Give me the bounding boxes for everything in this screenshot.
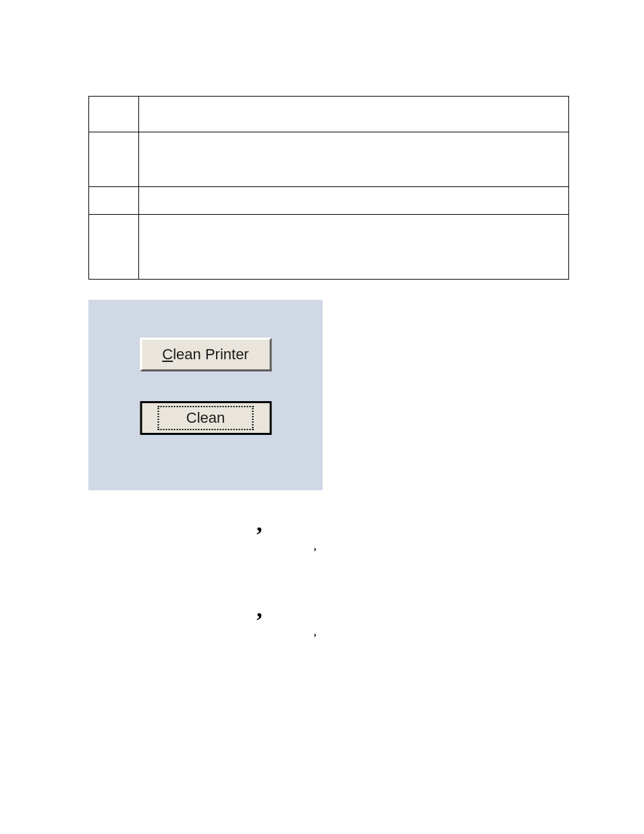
table-cell (139, 132, 569, 187)
table-cell (89, 132, 139, 187)
clean-label: Clean (158, 406, 253, 430)
table-cell (139, 97, 569, 132)
clean-button[interactable]: Clean (140, 401, 271, 435)
table-cell (89, 187, 139, 215)
button-panel: Clean Printer Clean (88, 300, 323, 490)
table-row (89, 132, 569, 187)
table-cell (139, 215, 569, 280)
table-cell (89, 215, 139, 280)
page: Clean Printer Clean , , , , (0, 0, 644, 834)
data-table (88, 96, 569, 280)
table-row (89, 97, 569, 132)
clean-printer-label: Clean Printer (162, 346, 248, 363)
table-row (89, 215, 569, 280)
clean-printer-button[interactable]: Clean Printer (140, 338, 271, 371)
table-cell (139, 187, 569, 215)
table-cell (89, 97, 139, 132)
table-row (89, 187, 569, 215)
